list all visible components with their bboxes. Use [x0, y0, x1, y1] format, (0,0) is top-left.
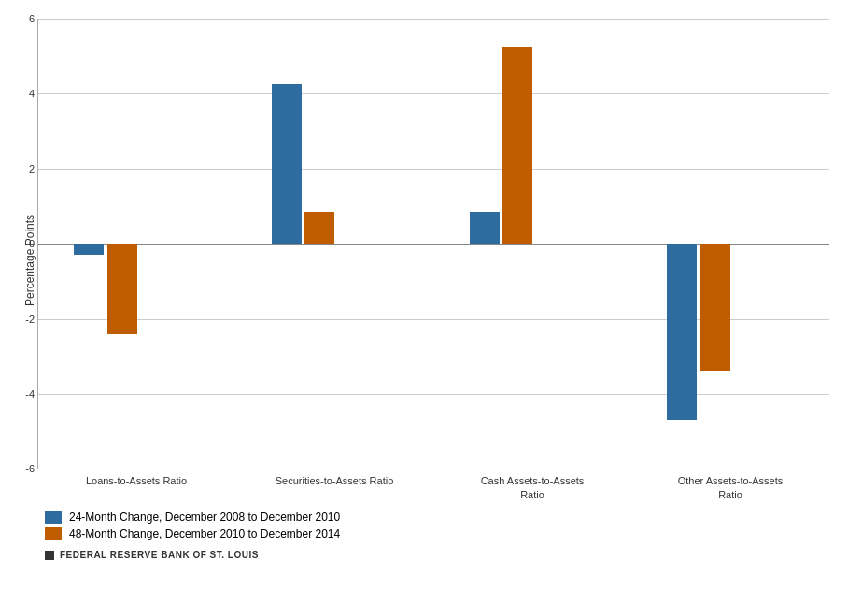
y-tick-6: 6	[16, 13, 35, 24]
x-label-1: Securities-to-Assets Ratio	[235, 469, 433, 501]
gridline-2	[38, 169, 829, 170]
x-label-2: Cash Assets-to-AssetsRatio	[433, 469, 631, 501]
y-tick-2: 2	[16, 163, 35, 175]
y-tick--4: -4	[16, 388, 35, 399]
y-tick-4: 4	[16, 88, 35, 99]
chart-area: Percentage Points 6420-2-4-6 Loans-to-As…	[19, 19, 829, 501]
footer: FEDERAL RESERVE BANK OF ST. LOUIS	[45, 550, 829, 560]
y-tick-0: 0	[16, 238, 35, 249]
x-label-0: Loans-to-Assets Ratio	[37, 469, 235, 501]
bar-blue-1	[272, 84, 302, 244]
footer-text: FEDERAL RESERVE BANK OF ST. LOUIS	[60, 550, 259, 560]
legend-color-orange	[45, 527, 62, 540]
chart-container: Percentage Points 6420-2-4-6 Loans-to-As…	[0, 0, 848, 616]
legend-item-blue: 24-Month Change, December 2008 to Decemb…	[45, 511, 829, 524]
legend-color-blue	[45, 511, 62, 524]
gridline-6	[38, 19, 829, 20]
bar-blue-0	[74, 244, 104, 255]
x-axis: Loans-to-Assets RatioSecurities-to-Asset…	[37, 469, 829, 501]
plot-area: 6420-2-4-6	[37, 19, 829, 469]
gridline--4	[38, 394, 829, 395]
x-label-3: Other Assets-to-AssetsRatio	[631, 469, 829, 501]
gridline-4	[38, 93, 829, 94]
chart-inner: 6420-2-4-6 Loans-to-Assets RatioSecuriti…	[37, 19, 829, 501]
y-tick--6: -6	[16, 463, 35, 474]
bar-orange-0	[107, 244, 137, 333]
bar-blue-3	[667, 244, 697, 420]
bar-orange-3	[700, 244, 730, 371]
gridline--6	[38, 469, 829, 469]
footer-icon	[45, 551, 54, 560]
bar-orange-1	[304, 212, 334, 244]
legend-label-blue: 24-Month Change, December 2008 to Decemb…	[69, 511, 340, 524]
bar-orange-2	[502, 47, 532, 244]
legend-item-orange: 48-Month Change, December 2010 to Decemb…	[45, 527, 829, 540]
legend: 24-Month Change, December 2008 to Decemb…	[45, 511, 829, 540]
bar-blue-2	[470, 212, 500, 244]
y-tick--2: -2	[16, 314, 35, 325]
legend-label-orange: 48-Month Change, December 2010 to Decemb…	[69, 527, 340, 540]
